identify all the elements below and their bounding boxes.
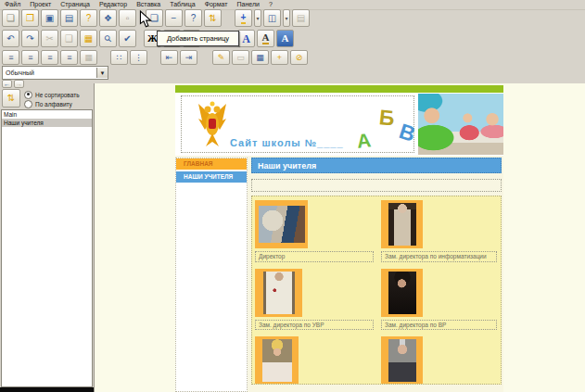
indent-button[interactable]: ⇥	[180, 50, 197, 65]
editor-canvas[interactable]: Сайт школы №____ АБВ ГЛАВНАЯНАШИ УЧИТЕЛЯ…	[94, 83, 585, 392]
insert-image-button[interactable]: ▦	[80, 50, 97, 65]
align-justify-icon: ≡	[67, 54, 70, 62]
menu-insert[interactable]: Вставка	[132, 0, 165, 9]
insert-table-button[interactable]: +	[235, 9, 252, 27]
teacher-photo-block[interactable]	[255, 200, 308, 248]
radio-icon[interactable]	[24, 91, 32, 99]
letter-А: А	[356, 129, 373, 152]
teacher-photo-block[interactable]	[255, 336, 299, 385]
cut-button[interactable]: ✂	[41, 30, 58, 47]
bullet-list-button[interactable]: ∷	[110, 50, 128, 65]
align-justify-button[interactable]: ≡	[60, 50, 78, 65]
align-left-button[interactable]: ≡	[2, 50, 19, 65]
font-color-icon: А	[242, 33, 250, 44]
open-project-button[interactable]: ❐	[21, 9, 39, 27]
teacher-caption[interactable]: Зам. директора по ВР	[381, 320, 497, 331]
back-button[interactable]: ←	[2, 80, 12, 88]
new-project-icon: ❏	[6, 14, 15, 23]
add-template-button[interactable]: +	[271, 50, 288, 65]
teacher-caption[interactable]: Директор	[255, 251, 374, 262]
font-color-button[interactable]: А	[237, 30, 255, 47]
teacher-caption[interactable]: Зам. директора по УВР	[255, 320, 374, 331]
undo-button[interactable]: ↶	[2, 30, 19, 47]
teacher-cell: Зам. директора по ВР	[381, 269, 497, 331]
screen-edge	[0, 387, 95, 392]
edit-style-button[interactable]: ✎	[212, 50, 230, 65]
upload-button[interactable]: ▫	[119, 9, 136, 27]
copy-button[interactable]: ❑	[60, 30, 78, 47]
numbered-list-button[interactable]: ⋮	[130, 50, 147, 65]
chevron-down-icon[interactable]: ▼	[96, 68, 108, 78]
content-heading[interactable]: Наши учителя	[251, 158, 502, 173]
add-row-button[interactable]: ▤	[292, 9, 310, 27]
paste-button[interactable]: ▦	[80, 30, 97, 47]
find-button[interactable]: ⚲	[99, 30, 117, 47]
teacher-photo-block[interactable]	[381, 200, 423, 248]
sort-option[interactable]: Не сортировать	[24, 90, 80, 99]
add-row-icon: ▤	[297, 14, 305, 23]
teacher-photo-block[interactable]	[255, 269, 302, 317]
save-as-button[interactable]: ▤	[60, 9, 78, 27]
page-list-item[interactable]: Main	[2, 110, 92, 119]
cut-icon: ✂	[45, 34, 53, 44]
teacher-photo-block[interactable]	[381, 336, 423, 385]
site-header: Сайт школы №____ АБВ	[175, 93, 503, 156]
page-properties-icon: ?	[191, 14, 197, 23]
empty-paragraph-box[interactable]	[251, 179, 502, 192]
save-button[interactable]: ▣	[41, 9, 58, 27]
page-list[interactable]: MainНаши учителя	[1, 109, 93, 387]
format-brush-button[interactable]: ✔	[119, 30, 136, 47]
teacher-photo-dark-haired-woman	[388, 272, 416, 314]
toolbar-gap	[138, 30, 142, 31]
outdent-button[interactable]: ⇤	[160, 50, 178, 65]
teacher-photo-people-at-computer	[259, 206, 305, 243]
site-nav-item[interactable]: НАШИ УЧИТЕЛЯ	[176, 171, 247, 183]
font-background-button[interactable]: А	[276, 30, 294, 47]
export-html-icon: ❖	[104, 14, 112, 23]
menu-format[interactable]: Формат	[200, 0, 233, 9]
align-right-button[interactable]: ≡	[41, 50, 58, 65]
page-list-button[interactable]: ⇅	[204, 9, 222, 27]
picture-button[interactable]: ▦	[251, 50, 269, 65]
menu-table[interactable]: Таблица	[165, 0, 199, 9]
site-title[interactable]: Сайт школы №____	[230, 137, 344, 148]
site-content: Наши учителя ДиректорЗам. директора по и…	[251, 158, 502, 385]
clear-format-button[interactable]: ⊘	[290, 50, 308, 65]
delete-page-button[interactable]: −	[165, 9, 183, 27]
menu-editor[interactable]: Редактор	[95, 0, 132, 9]
split-cells-button[interactable]: ◫	[263, 9, 281, 27]
clear-format-icon: ⊘	[296, 54, 303, 62]
menu-page[interactable]: Страница	[56, 0, 95, 9]
upload-icon: ▫	[126, 14, 130, 23]
menu-project[interactable]: Проект	[25, 0, 56, 9]
forward-button[interactable]: →	[14, 80, 24, 88]
insert-table-menu-button[interactable]: ▾	[254, 9, 261, 27]
menu-file[interactable]: Файл	[0, 0, 25, 9]
redo-button[interactable]: ↷	[21, 30, 39, 47]
page-properties-button[interactable]: ?	[184, 9, 202, 27]
children-photo[interactable]	[418, 94, 503, 155]
site-nav-item[interactable]: ГЛАВНАЯ	[176, 158, 247, 170]
sort-pages-button[interactable]: ⇅	[2, 89, 20, 107]
add-template-icon: +	[277, 54, 282, 62]
radio-icon[interactable]	[24, 100, 32, 108]
toolbar-gap	[223, 9, 233, 10]
align-center-button[interactable]: ≡	[21, 50, 39, 65]
sort-option[interactable]: По алфавиту	[24, 99, 80, 108]
align-right-icon: ≡	[47, 54, 51, 62]
menu-panels[interactable]: Панели	[233, 0, 264, 9]
split-cells-menu-button[interactable]: ▾	[283, 9, 290, 27]
site-header-band	[175, 85, 503, 93]
new-project-button[interactable]: ❏	[2, 9, 19, 27]
project-wizard-button[interactable]: ?	[80, 9, 97, 27]
paragraph-style-combobox[interactable]: Обычный ▼	[2, 66, 108, 80]
teacher-photo-block[interactable]	[381, 269, 423, 317]
html-view-icon: ▭	[236, 54, 245, 62]
export-html-button[interactable]: ❖	[99, 9, 117, 27]
site-page: Сайт школы №____ АБВ ГЛАВНАЯНАШИ УЧИТЕЛЯ…	[175, 85, 503, 392]
html-view-button[interactable]: ▭	[232, 50, 249, 65]
font-underline-color-button[interactable]: А	[257, 30, 274, 47]
page-list-item[interactable]: Наши учителя	[2, 119, 92, 127]
menu-help[interactable]: ?	[264, 0, 277, 9]
teacher-caption[interactable]: Зам. директора по информатизации	[381, 251, 497, 262]
